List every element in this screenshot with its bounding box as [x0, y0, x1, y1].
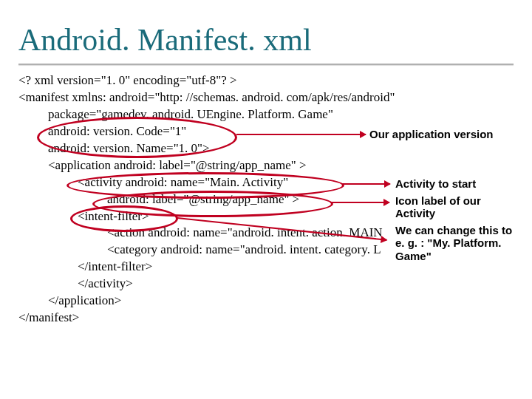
- annotation: Our application version: [369, 128, 494, 140]
- code-line: <manifest xmlns: android="http: //schema…: [18, 89, 514, 106]
- code-line: </activity>: [18, 276, 514, 293]
- slide-title: Android. Manifest. xml: [18, 22, 514, 58]
- code-line: </manifest>: [18, 310, 514, 327]
- code-line: android: version. Name="1. 0">: [18, 140, 514, 157]
- code-line: </application>: [18, 293, 514, 310]
- code-line: <application android: label="@string/app…: [18, 157, 514, 174]
- annotation: Activity to start: [395, 177, 476, 190]
- code-line: <? xml version="1. 0" encoding="utf-8"? …: [18, 72, 514, 89]
- annotation: We can change this to e. g. : "My. Platf…: [395, 224, 521, 262]
- annotation: Icon label of our Activity: [395, 194, 506, 220]
- code-block: <? xml version="1. 0" encoding="utf-8"? …: [18, 72, 514, 327]
- code-line: package="gamedev. android. UEngine. Plat…: [18, 106, 514, 123]
- title-underline: [18, 64, 514, 65]
